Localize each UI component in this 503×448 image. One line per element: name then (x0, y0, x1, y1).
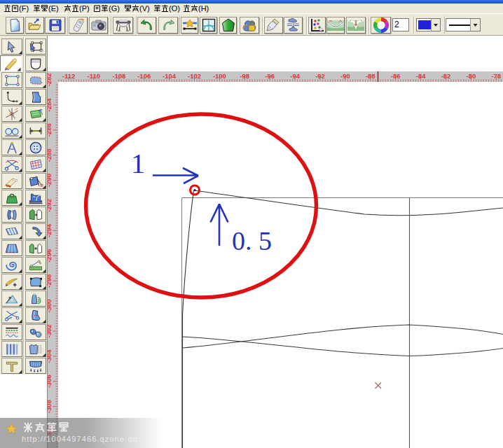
svg-text:0. 5: 0. 5 (232, 226, 272, 255)
svg-text:1: 1 (131, 148, 145, 179)
